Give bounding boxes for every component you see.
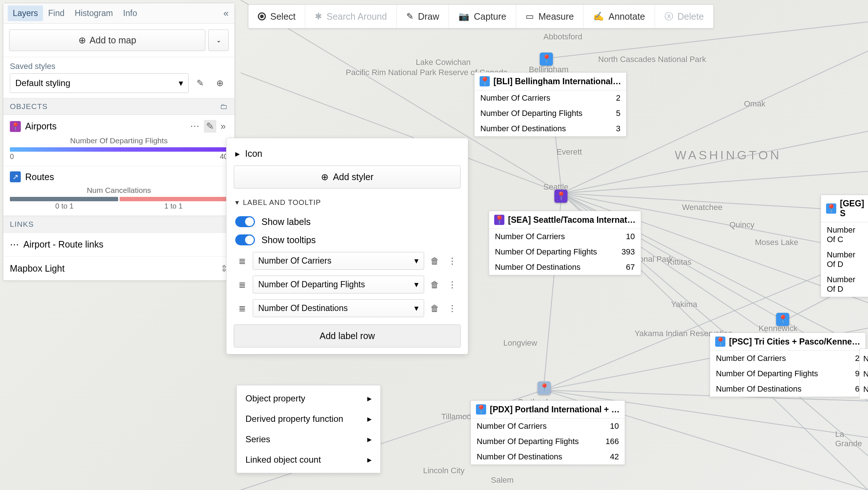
map-place-label: Salem [491, 475, 514, 485]
select-tool[interactable]: Select [248, 5, 305, 28]
search-around-tool[interactable]: ✱Search Around [305, 5, 396, 28]
label-select[interactable]: Number Of Departing Flights▾ [253, 276, 424, 293]
show-tooltips-label: Show tooltips [261, 235, 316, 245]
map-place-label: Yakima [671, 300, 697, 309]
layer-edit-icon[interactable]: ✎ [204, 120, 216, 133]
tab-info[interactable]: Info [118, 5, 142, 21]
caret-down-icon: ▾ [414, 256, 419, 266]
folder-icon[interactable]: 🗀 [220, 102, 228, 111]
ctx-label: Object property [245, 393, 305, 404]
label-select[interactable]: Number Of Destinations▾ [253, 299, 424, 317]
objects-header: OBJECTS 🗀 [3, 98, 235, 115]
map-tooltip-bli[interactable]: 📍[BLI] Bellingham International… Number … [474, 72, 627, 137]
trash-icon[interactable]: 🗑 [428, 303, 442, 314]
tooltip-row-value: 42 [610, 452, 619, 462]
label-select-value: Number Of Departing Flights [258, 280, 365, 289]
link-dots-icon: ⋯ [10, 239, 19, 250]
layer-more-icon[interactable]: ⋯ [188, 120, 202, 133]
range-a: 0 to 1 [55, 202, 73, 210]
draw-icon: ✎ [406, 11, 414, 22]
camera-icon: 📷 [458, 11, 469, 22]
measure-tool[interactable]: ▭Measure [516, 5, 584, 28]
tooltip-row-label: Number Of Carriers [716, 354, 786, 363]
annotate-tool[interactable]: ✍Annotate [584, 5, 655, 28]
pin-icon: 📍 [715, 337, 725, 347]
tooltip-row-label: Number Of Carriers [477, 421, 547, 431]
tooltip-row-label: Number Of Carriers [495, 232, 565, 241]
label-tooltip-header[interactable]: ▾ LABEL AND TOOLTIP [235, 198, 459, 207]
links-header-label: LINKS [10, 220, 34, 229]
map-place-label: La Grande [835, 429, 868, 448]
sidebar-tabs: Layers Find Histogram Info « [3, 3, 235, 24]
caret-right-icon: ▸ [235, 148, 240, 159]
show-labels-toggle[interactable] [235, 216, 255, 227]
delete-tool[interactable]: ⓧDelete [655, 5, 713, 28]
map-tooltip-pdx[interactable]: 📍[PDX] Portland International + … Number… [470, 400, 625, 465]
tooltip-row-label: Number Of Destinations [480, 124, 566, 133]
list-icon[interactable]: ≣ [235, 280, 249, 290]
new-style-button[interactable]: ⊕ [212, 75, 228, 91]
tooltip-row-label: Number Of Departing Flights [477, 437, 579, 446]
ctx-label: Derived property function [245, 414, 343, 424]
trash-icon[interactable]: 🗑 [428, 256, 442, 266]
map-place-label: Lincoln City [423, 466, 465, 475]
collapse-sidebar-icon[interactable]: « [222, 6, 230, 20]
layer-menu-icon[interactable]: » [218, 120, 228, 133]
map-region-label: WASHINGTON [675, 148, 781, 162]
tooltip-row-value: 3 [616, 124, 620, 133]
list-icon[interactable]: ≣ [235, 256, 249, 266]
caret-down-icon: ▾ [235, 198, 239, 207]
show-tooltips-toggle[interactable] [235, 234, 255, 245]
map-pin-psc[interactable]: 📍 [776, 313, 789, 326]
map-pin-sea[interactable]: 📍 [554, 190, 567, 203]
layer-airports[interactable]: 📍 Airports ⋯ ✎ » Number Of Departing Fli… [3, 115, 235, 166]
tooltip-row-label: Number Of Departing Flights [716, 369, 818, 378]
icon-section-row[interactable]: ▸ Icon [234, 145, 461, 166]
map-place-label: Everett [557, 147, 582, 157]
links-header: LINKS [3, 216, 235, 233]
saved-styles-select[interactable]: Default styling ▾ [10, 73, 189, 93]
map-place-label: Lake Cowichan [416, 58, 470, 67]
trash-icon[interactable]: 🗑 [428, 280, 442, 290]
map-pin-pdx[interactable]: 📍 [538, 381, 551, 394]
edit-style-button[interactable]: ✎ [192, 75, 208, 91]
tab-find[interactable]: Find [43, 5, 70, 21]
drag-handle-icon[interactable]: ⋮ [445, 303, 459, 314]
draw-label: Draw [418, 11, 439, 22]
map-tooltip-sea[interactable]: 📍[SEA] Seattle/Tacoma Internat… Number O… [489, 211, 641, 275]
ctx-derived-property[interactable]: Derived property function▸ [237, 409, 380, 429]
tooltip-row-label: Number Of Departing Flights [480, 109, 582, 118]
label-select[interactable]: Number Of Carriers▾ [253, 252, 424, 270]
icon-section-label: Icon [245, 148, 262, 159]
ctx-linked-object-count[interactable]: Linked object count▸ [237, 450, 380, 470]
drag-handle-icon[interactable]: ⋮ [445, 280, 459, 290]
link-airport-route[interactable]: ⋯ Airport - Route links [3, 233, 235, 257]
tooltip-row-value: 2 [616, 93, 620, 103]
tooltip-row-label: Number Of C [827, 225, 863, 244]
tooltip-row-value: 393 [621, 247, 635, 257]
label-tooltip-header-text: LABEL AND TOOLTIP [243, 198, 321, 207]
map-tooltip-geg[interactable]: 📍[GEG] S Number Of C Number Of D Number … [821, 195, 868, 297]
saved-styles-value: Default styling [15, 78, 70, 88]
add-to-map-button[interactable]: ⊕ Add to map [9, 30, 205, 51]
drag-handle-icon[interactable]: ⋮ [445, 256, 459, 266]
layer-routes[interactable]: ↗ Routes Num Cancellations 0 to 1 1 to 1 [3, 166, 235, 216]
add-styler-button[interactable]: ⊕ Add styler [234, 166, 461, 188]
map-pin-bli[interactable]: 📍 [540, 52, 553, 66]
capture-tool[interactable]: 📷Capture [449, 5, 516, 28]
annotate-icon: ✍ [593, 11, 604, 22]
tooltip-row-value: 2 [855, 354, 860, 363]
basemap-row[interactable]: Mapbox Light ⇕ [3, 257, 235, 280]
tab-layers[interactable]: Layers [8, 5, 43, 21]
map-tooltip-psc[interactable]: 📍[PSC] Tri Cities + Pasco/Kenne… Number … [710, 332, 866, 397]
draw-tool[interactable]: ✎Draw [397, 5, 449, 28]
label-row: ≣ Number Of Destinations▾ 🗑 ⋮ [234, 296, 461, 320]
ctx-object-property[interactable]: Object property▸ [237, 388, 380, 409]
svg-line-1 [562, 131, 868, 193]
add-label-row-button[interactable]: Add label row [234, 324, 461, 347]
add-to-map-dropdown[interactable]: ⌄ [208, 30, 229, 51]
delete-icon: ⓧ [664, 11, 673, 22]
ctx-series[interactable]: Series▸ [237, 429, 380, 450]
tab-histogram[interactable]: Histogram [70, 5, 118, 21]
list-icon[interactable]: ≣ [235, 303, 249, 314]
